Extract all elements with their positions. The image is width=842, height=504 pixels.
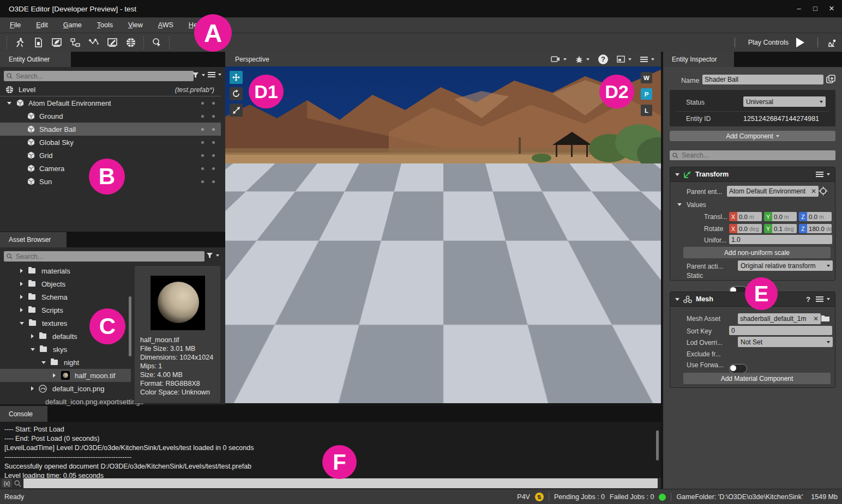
entity-row-atom-default-environment[interactable]: Atom Default Environment	[0, 96, 221, 110]
play-game-icon[interactable]	[10, 35, 29, 50]
scale-tool-button[interactable]	[230, 104, 243, 117]
console-search-icon[interactable]	[14, 480, 21, 487]
console-scrollbar[interactable]	[656, 430, 659, 460]
clear-icon[interactable]: ✕	[813, 315, 819, 323]
translate-x-field[interactable]: X0.0m	[729, 212, 762, 221]
collapse-icon[interactable]	[675, 173, 679, 176]
asset-row-objects[interactable]: Objects	[0, 277, 131, 290]
asset-tree-scrollbar[interactable]	[129, 296, 131, 356]
camera-settings-button[interactable]	[551, 56, 567, 63]
visibility-dot[interactable]	[201, 180, 204, 183]
collapse-icon[interactable]	[675, 298, 679, 301]
clear-icon[interactable]: ✕	[811, 187, 816, 195]
status-dropdown[interactable]: Universal	[743, 96, 826, 107]
menu-file[interactable]: File	[2, 17, 28, 33]
mesh-asset-field[interactable]: shaderball_default_1m ✕	[738, 313, 821, 324]
asset-search-input[interactable]	[15, 252, 202, 261]
rotate-z-field[interactable]: Z180.0deg	[799, 224, 832, 233]
material-editor-icon[interactable]	[47, 35, 66, 50]
tab-asset-browser[interactable]: Asset Browser	[0, 232, 67, 247]
expander-icon[interactable]	[20, 269, 23, 273]
exclude-toggle[interactable]	[729, 364, 747, 373]
visibility-dot[interactable]	[201, 154, 204, 157]
entity-picker-icon[interactable]	[819, 186, 828, 197]
minimize-button[interactable]: –	[791, 1, 807, 17]
tab-entity-outliner[interactable]: Entity Outliner	[0, 52, 71, 67]
tab-entity-inspector[interactable]: Entity Inspector	[663, 52, 734, 67]
transform-header[interactable]: Transform	[670, 167, 835, 182]
tab-console[interactable]: Console	[0, 406, 47, 422]
asset-editor-icon[interactable]	[29, 35, 47, 50]
maximize-button[interactable]: □	[807, 1, 823, 17]
asset-row-night[interactable]: night	[0, 356, 131, 369]
asset-row-half-moon-selected[interactable]: half_moon.tif	[0, 369, 131, 382]
menu-edit[interactable]: Edit	[28, 17, 56, 33]
visibility-dot[interactable]	[201, 167, 204, 170]
translate-z-field[interactable]: Z0.0m	[799, 212, 832, 221]
entity-row-shader-ball-selected[interactable]: Shader Ball	[0, 123, 221, 136]
rotate-y-field[interactable]: Y0.1deg	[764, 224, 797, 233]
add-component-button[interactable]: Add Component	[670, 131, 835, 141]
expander-icon[interactable]	[20, 295, 23, 299]
translate-y-field[interactable]: Y0.0m	[764, 212, 797, 221]
add-nonuniform-scale-button[interactable]: Add non-uniform scale	[683, 247, 831, 258]
lock-dot[interactable]	[212, 115, 215, 118]
rotate-x-field[interactable]: X0.0deg	[729, 224, 762, 233]
prefab-overrides-icon[interactable]	[826, 74, 836, 86]
lod-override-dropdown[interactable]: Not Set	[738, 337, 833, 347]
parent-activity-dropdown[interactable]: Original relative transform	[738, 260, 833, 271]
parent-entity-field[interactable]: Atom Default Environment ✕	[727, 186, 819, 197]
expander-icon[interactable]	[31, 386, 34, 391]
help-icon[interactable]: ?	[598, 54, 608, 64]
p4v-label[interactable]: P4V	[517, 493, 530, 501]
outliner-search-input[interactable]	[15, 72, 191, 81]
inspector-search-input[interactable]	[681, 151, 833, 160]
play-button[interactable]	[796, 38, 804, 47]
expander-icon[interactable]	[31, 334, 34, 338]
lock-dot[interactable]	[212, 167, 215, 170]
inspector-search[interactable]	[670, 150, 835, 160]
ui-editor-icon[interactable]	[103, 35, 122, 50]
console-variables-icon[interactable]: {x}	[2, 479, 12, 488]
camera-speed-l-button[interactable]: L	[641, 105, 652, 116]
add-material-component-button[interactable]: Add Material Component	[683, 373, 831, 384]
viewport-scene[interactable]: 3 4 1 2 3 2	[225, 66, 661, 403]
script-canvas-icon[interactable]	[66, 35, 85, 50]
expander-icon[interactable]	[31, 348, 35, 351]
asset-filter-button[interactable]	[206, 252, 219, 259]
p4v-icon[interactable]: ⇅	[535, 493, 544, 501]
expander-icon[interactable]	[53, 373, 56, 378]
lock-dot[interactable]	[212, 141, 215, 144]
visibility-dot[interactable]	[201, 115, 204, 118]
visibility-dot[interactable]	[201, 128, 204, 131]
mesh-help-icon[interactable]: ?	[806, 295, 810, 303]
asset-row-default-icon-png[interactable]: default_icon.png	[0, 382, 131, 395]
physics-simulate-icon[interactable]	[823, 35, 842, 50]
debug-info-button[interactable]	[575, 56, 590, 63]
layout-button[interactable]	[617, 56, 632, 63]
rotate-tool-button[interactable]	[230, 87, 243, 100]
asset-row-schema[interactable]: Schema	[0, 290, 131, 303]
values-collapse-icon[interactable]	[677, 203, 682, 206]
menu-aws[interactable]: AWS	[151, 17, 181, 33]
uniform-scale-field[interactable]: 1.0	[729, 235, 832, 244]
outliner-search[interactable]	[4, 71, 194, 81]
visibility-dot[interactable]	[201, 102, 204, 105]
lock-dot[interactable]	[212, 102, 215, 105]
terrain-tool-icon[interactable]	[122, 35, 140, 50]
outliner-filter-button[interactable]	[192, 72, 205, 78]
sort-key-field[interactable]: 0	[729, 326, 832, 335]
camera-speed-p-button[interactable]: P	[641, 88, 652, 100]
expander-icon[interactable]	[20, 322, 24, 325]
level-row[interactable]: Level (test.prefab*)	[0, 83, 221, 96]
asset-search[interactable]	[4, 251, 205, 262]
lock-dot[interactable]	[212, 180, 215, 183]
expander-icon[interactable]	[7, 102, 11, 105]
viewport-options-button[interactable]	[640, 57, 654, 62]
console-command-input[interactable]	[23, 478, 658, 488]
close-button[interactable]: ✕	[823, 1, 840, 17]
move-tool-button[interactable]	[230, 71, 243, 84]
entity-row-ground[interactable]: Ground	[0, 110, 221, 123]
lock-dot[interactable]	[212, 128, 215, 131]
asset-row-materials[interactable]: materials	[0, 264, 131, 277]
